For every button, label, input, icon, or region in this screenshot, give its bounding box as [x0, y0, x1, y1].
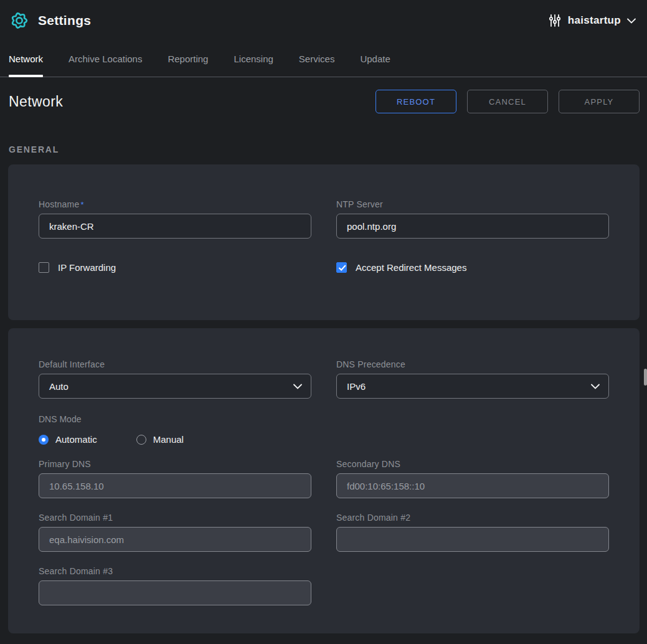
- account-menu[interactable]: haistartup: [548, 14, 636, 27]
- search-domain-1-field: Search Domain #1: [39, 513, 311, 552]
- scrollbar-thumb[interactable]: [644, 369, 647, 386]
- page-head: Network REBOOT CANCEL APPLY: [0, 77, 647, 126]
- hostname-label: Hostname: [39, 199, 79, 209]
- radio-automatic[interactable]: [39, 435, 49, 445]
- ntp-server-label: NTP Server: [336, 199, 609, 209]
- dns-mode-manual-option[interactable]: Manual: [136, 434, 184, 445]
- chevron-down-icon: [591, 384, 600, 389]
- tab-reporting[interactable]: Reporting: [168, 54, 208, 77]
- search-domain-1-label: Search Domain #1: [39, 513, 311, 523]
- primary-dns-field: Primary DNS: [39, 459, 311, 498]
- dns-precedence-select[interactable]: IPv6: [336, 374, 609, 399]
- chevron-down-icon: [627, 18, 636, 24]
- network-card: Default Interface Auto DNS Precedence IP…: [8, 328, 640, 633]
- default-interface-field: Default Interface Auto: [39, 359, 311, 399]
- reboot-button[interactable]: REBOOT: [375, 90, 456, 113]
- radio-manual[interactable]: [136, 435, 146, 445]
- default-interface-value: Auto: [49, 381, 293, 392]
- secondary-dns-input: [336, 473, 609, 498]
- ip-forwarding-checkbox[interactable]: [39, 262, 49, 273]
- general-card: Hostname* NTP Server IP Forwarding Accep…: [8, 164, 640, 320]
- search-domain-3-label: Search Domain #3: [39, 566, 311, 576]
- dns-precedence-field: DNS Precedence IPv6: [336, 359, 609, 399]
- search-domain-2-label: Search Domain #2: [336, 513, 609, 523]
- tab-network[interactable]: Network: [9, 54, 43, 77]
- search-domain-2-input: [336, 527, 609, 552]
- secondary-dns-field: Secondary DNS: [336, 459, 609, 498]
- account-name: haistartup: [568, 14, 621, 27]
- radio-manual-label: Manual: [153, 434, 184, 445]
- search-domain-1-input: [39, 527, 311, 552]
- search-domain-2-field: Search Domain #2: [336, 513, 609, 552]
- page-app-title: Settings: [38, 13, 91, 28]
- accept-redirect-checkbox[interactable]: [336, 262, 347, 273]
- dns-mode-group: DNS Mode Automatic Manual: [39, 414, 609, 445]
- search-domain-3-input: [39, 580, 311, 605]
- ntp-server-field: NTP Server: [336, 199, 609, 239]
- radio-automatic-label: Automatic: [55, 434, 97, 445]
- default-interface-label: Default Interface: [39, 359, 311, 369]
- general-section-label: GENERAL: [0, 126, 647, 164]
- page-title: Network: [9, 93, 63, 110]
- settings-tabbar: Network Archive Locations Reporting Lice…: [0, 41, 647, 77]
- accept-redirect-label: Accept Redirect Messages: [356, 262, 466, 273]
- default-interface-select[interactable]: Auto: [39, 374, 311, 399]
- primary-dns-input: [39, 473, 311, 498]
- dns-mode-label: DNS Mode: [39, 414, 81, 424]
- dns-precedence-value: IPv6: [347, 381, 591, 392]
- ip-forwarding-label: IP Forwarding: [58, 262, 116, 273]
- required-asterisk: *: [80, 200, 83, 209]
- sliders-icon: [548, 14, 562, 27]
- tab-update[interactable]: Update: [360, 54, 390, 77]
- cancel-button[interactable]: CANCEL: [467, 90, 548, 113]
- tab-licensing[interactable]: Licensing: [234, 54, 273, 77]
- dns-precedence-label: DNS Precedence: [336, 359, 609, 369]
- apply-button[interactable]: APPLY: [559, 90, 640, 113]
- settings-gear-icon: [9, 10, 30, 31]
- secondary-dns-label: Secondary DNS: [336, 459, 609, 469]
- app-header: Settings haistartup: [0, 0, 647, 41]
- hostname-input[interactable]: [39, 214, 311, 239]
- ntp-server-input[interactable]: [336, 214, 609, 239]
- search-domain-3-field: Search Domain #3: [39, 566, 311, 605]
- hostname-field: Hostname*: [39, 199, 311, 239]
- tab-archive-locations[interactable]: Archive Locations: [68, 54, 142, 77]
- dns-mode-automatic-option[interactable]: Automatic: [39, 434, 97, 445]
- primary-dns-label: Primary DNS: [39, 459, 311, 469]
- tab-services[interactable]: Services: [299, 54, 335, 77]
- chevron-down-icon: [293, 384, 302, 389]
